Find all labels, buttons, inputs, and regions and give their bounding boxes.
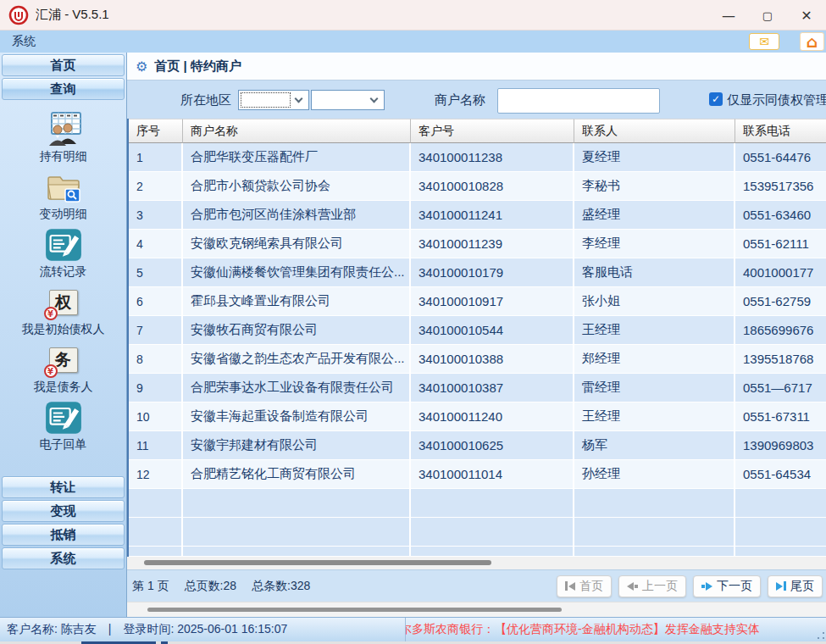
mail-button[interactable]: ✉ — [749, 33, 779, 50]
column-header[interactable]: 联系电话 — [735, 119, 826, 143]
e-receipt-icon — [45, 398, 82, 437]
close-button[interactable]: ✕ — [787, 0, 826, 31]
table-cell: 0551—6717 — [735, 374, 826, 402]
sidebar-tools: 持有明细 变动明细 流转记录权¥我是初始债权人务¥我是债务人 电子回单 — [0, 102, 126, 456]
sidebar-item-e-receipt[interactable]: 电子回单 — [0, 398, 126, 456]
table-cell — [411, 547, 574, 557]
table-row[interactable]: 5安徽仙满楼餐饮管理集团有限责任公...340100010179客服电话4001… — [129, 258, 826, 287]
table-cell: 李经理 — [574, 230, 735, 258]
region-province-select[interactable] — [238, 90, 309, 110]
table-row[interactable]: 9合肥荣事达水工业设备有限责任公司340100010387雷经理0551—671… — [129, 374, 826, 402]
sidebar-item-change-detail[interactable]: 变动明细 — [0, 168, 126, 225]
table-cell: 霍邱县文峰置业有限公司 — [183, 287, 411, 316]
table-row[interactable]: 8安徽省徽之韵生态农产品开发有限公...340100010388郑经理13955… — [129, 345, 826, 374]
sidebar-item-initial-creditor[interactable]: 权¥我是初始债权人 — [0, 283, 126, 341]
minimize-button[interactable]: — — [709, 0, 748, 31]
home-button[interactable]: ⌂ — [800, 32, 824, 51]
table-cell: 340100010828 — [411, 172, 574, 201]
customer-name-label: 客户名称: 陈吉友 — [7, 622, 97, 637]
table-cell: 安徽丰海起重设备制造有限公司 — [183, 402, 411, 431]
sidebar-item-home[interactable]: 首页 — [2, 54, 125, 76]
table-cell — [735, 547, 826, 557]
table-cell — [574, 489, 735, 518]
sidebar-item-transfer-record[interactable]: 流转记录 — [0, 225, 126, 283]
sidebar-nav-top: 首页查询 — [0, 54, 126, 100]
table-cell: 340100011241 — [411, 201, 574, 230]
table-row[interactable]: 12合肥精艺铭化工商贸有限公司340100011014孙经理0551-64534 — [129, 460, 826, 489]
merchant-name-input[interactable] — [497, 88, 660, 114]
table-cell: 张小姐 — [574, 287, 735, 316]
table-cell: 12 — [129, 460, 183, 489]
first-page-button: 首页 — [557, 575, 612, 597]
table-row[interactable]: 2合肥市小额贷款公司协会340100010828李秘书1539517356 — [129, 172, 826, 201]
scrollbar-thumb[interactable] — [144, 560, 491, 565]
next-page-icon — [701, 582, 712, 591]
table-row[interactable]: 7安徽牧石商贸有限公司340100010544王经理1865699676 — [129, 316, 826, 345]
sidebar-item-label: 持有明细 — [40, 149, 87, 164]
column-header[interactable]: 序号 — [129, 119, 183, 143]
table-row[interactable]: 6霍邱县文峰置业有限公司340100010917张小姐0551-62759 — [129, 287, 826, 316]
sidebar-item-system[interactable]: 系统 — [2, 547, 125, 569]
next-page-button[interactable]: 下一页 — [693, 575, 761, 597]
sidebar-item-offset[interactable]: 抵销 — [2, 524, 125, 546]
table-row[interactable]: 4安徽欧克钢绳索具有限公司340100011239李经理0551-62111 — [129, 230, 826, 258]
menu-bar: 系统 ✉ ⌂ — [0, 31, 826, 53]
table-row[interactable]: 3合肥市包河区尚佳涂料营业部340100011241盛经理0551-63460 — [129, 201, 826, 230]
last-page-button[interactable]: 尾页 — [768, 575, 823, 597]
sidebar-item-cash-out[interactable]: 变现 — [2, 500, 125, 522]
table-cell — [411, 489, 574, 518]
sidebar-item-holding-detail[interactable]: 持有明细 — [0, 110, 126, 168]
menu-system[interactable]: 系统 — [12, 34, 36, 49]
debtor-icon: 务¥ — [49, 341, 78, 380]
table-cell: 安徽仙满楼餐饮管理集团有限责任公... — [183, 258, 411, 287]
table-cell — [574, 518, 735, 547]
filter-bar: 所在地区 商户名称 ✓ 仅显示同债权管理机 — [127, 80, 826, 119]
same-creditor-checkbox-label: 仅显示同债权管理机 — [727, 92, 826, 108]
creditor-icon: 权¥ — [49, 283, 78, 322]
sidebar-item-transfer[interactable]: 转让 — [2, 476, 125, 498]
sidebar-item-debtor[interactable]: 务¥我是债务人 — [0, 341, 126, 398]
sidebar-item-label: 电子回单 — [40, 437, 87, 452]
table-horizontal-scrollbar[interactable] — [127, 557, 826, 569]
table-cell — [129, 518, 183, 547]
maximize-button[interactable]: ▢ — [748, 0, 787, 31]
table-cell: 340100010388 — [411, 345, 574, 374]
table-cell: 0551-62111 — [735, 230, 826, 258]
column-header[interactable]: 商户名称 — [183, 119, 411, 143]
same-creditor-checkbox[interactable]: ✓ — [709, 92, 723, 106]
table-cell: 客服电话 — [574, 258, 735, 287]
table-row[interactable]: 10安徽丰海起重设备制造有限公司340100011240王经理0551-6731… — [129, 402, 826, 431]
main-panel: ⚙ 首页 | 特约商户 所在地区 商户名称 ✓ 仅显示同债权管理机 序号商户名称… — [127, 53, 826, 617]
last-page-icon — [776, 581, 786, 591]
table-row[interactable]: 1合肥华联变压器配件厂340100011238夏经理0551-64476 — [129, 143, 826, 172]
table-cell: 杨军 — [574, 431, 735, 460]
table-cell: 0551-63460 — [735, 201, 826, 230]
table-cell: 340100010917 — [411, 287, 574, 316]
column-header[interactable]: 客户号 — [411, 119, 574, 143]
holders-icon — [45, 110, 82, 149]
resize-grip-icon[interactable] — [818, 632, 824, 639]
pagination-button-label: 首页 — [579, 579, 603, 594]
table-empty-row — [129, 489, 826, 518]
panel-horizontal-scrollbar[interactable] — [127, 602, 826, 617]
table-cell: 340100010625 — [411, 431, 574, 460]
table-cell: 夏经理 — [574, 143, 735, 172]
table-cell: 0551-64476 — [735, 143, 826, 172]
envelope-icon: ✉ — [759, 35, 769, 48]
status-divider: | — [108, 622, 112, 637]
table-cell — [129, 489, 183, 518]
pagination-button-label: 上一页 — [642, 579, 678, 594]
column-header[interactable]: 联系人 — [574, 119, 735, 143]
region-city-select[interactable] — [311, 90, 385, 110]
table-row[interactable]: 11安徽宇邦建材有限公司340100010625杨军1390969803 — [129, 431, 826, 460]
table-cell: 3 — [129, 201, 183, 230]
table-cell: 340100010179 — [411, 258, 574, 287]
scrollbar-thumb[interactable] — [147, 608, 562, 612]
table-cell: 雷经理 — [574, 374, 735, 402]
table-cell: 李秘书 — [574, 172, 735, 201]
table-cell: 0551-62759 — [735, 287, 826, 316]
sidebar-item-query[interactable]: 查询 — [2, 78, 125, 100]
sidebar-item-label: 流转记录 — [40, 264, 87, 280]
table-cell: 安徽牧石商贸有限公司 — [183, 316, 411, 345]
table-cell: 安徽省徽之韵生态农产品开发有限公... — [183, 345, 411, 374]
